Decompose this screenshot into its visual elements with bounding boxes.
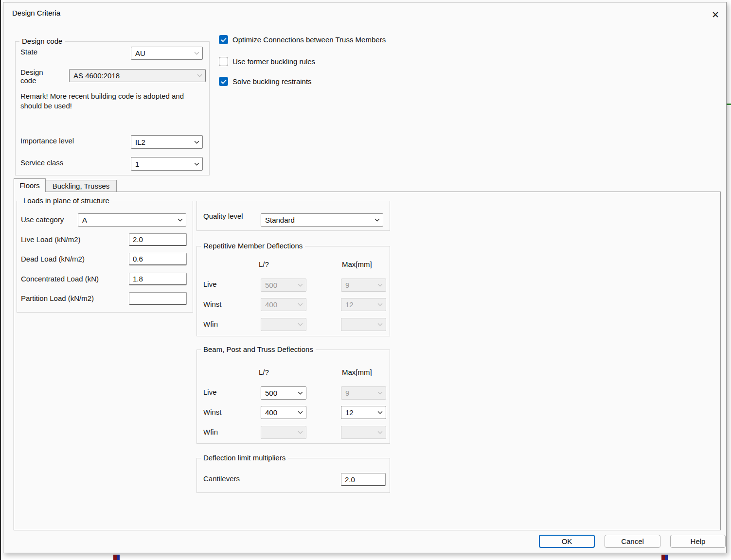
- chevron-down-icon: [377, 411, 383, 414]
- row-label-wfin: Wfin: [203, 320, 218, 328]
- service-class-combo[interactable]: 1: [131, 157, 203, 171]
- beam-legend: Beam, Post and Truss Deflections: [201, 345, 316, 353]
- chevron-down-icon: [194, 52, 199, 55]
- design-code-group: Design code State AU Design code AS 4600…: [15, 41, 210, 175]
- design-code-remark: Remark! More recent building code is ado…: [20, 91, 201, 111]
- concentrated-load-label: Concentrated Load (kN): [21, 275, 99, 283]
- row-label-winst: Winst: [203, 300, 222, 308]
- combo-value: 500: [265, 389, 277, 397]
- row-label-winst: Winst: [203, 408, 222, 416]
- chevron-down-icon: [377, 323, 383, 326]
- ok-button[interactable]: OK: [539, 535, 595, 548]
- l-header: L/?: [259, 260, 269, 268]
- use-category-combo-value: A: [82, 216, 87, 224]
- chevron-down-icon: [377, 391, 383, 395]
- optimize-connections-checkbox[interactable]: Optimize Connections between Truss Membe…: [219, 35, 386, 44]
- combo-value: 9: [345, 389, 349, 397]
- background-truss-mark: [113, 555, 120, 560]
- design-code-combo: AS 4600:2018: [69, 69, 206, 82]
- repetitive-live-l-combo: 500: [261, 279, 306, 292]
- help-button[interactable]: Help: [670, 535, 726, 548]
- beam-live-max-combo: 9: [341, 386, 386, 400]
- multipliers-legend: Deflection limit multipliers: [201, 454, 288, 462]
- partition-load-input[interactable]: [129, 292, 187, 305]
- concentrated-load-input[interactable]: [129, 273, 187, 285]
- row-label-live: Live: [203, 280, 217, 288]
- design-criteria-dialog: Design Criteria ✕ Design code State AU D…: [3, 2, 727, 553]
- former-buckling-label: Use former buckling rules: [232, 57, 315, 66]
- design-code-combo-value: AS 4600:2018: [73, 71, 120, 80]
- importance-level-label: Importance level: [20, 137, 74, 145]
- live-load-label: Live Load (kN/m2): [21, 235, 81, 244]
- combo-value: 12: [345, 408, 354, 417]
- quality-level-combo[interactable]: Standard: [261, 213, 383, 227]
- solve-restraints-label: Solve buckling restraints: [232, 77, 312, 86]
- chevron-down-icon: [298, 431, 303, 434]
- beam-live-l-combo[interactable]: 500: [261, 386, 306, 400]
- l-header: L/?: [259, 368, 269, 376]
- dialog-title: Design Criteria: [12, 9, 60, 17]
- beam-deflections-group: Beam, Post and Truss Deflections L/? Max…: [196, 350, 390, 444]
- quality-level-combo-value: Standard: [265, 216, 295, 224]
- background-edge-line: [0, 0, 1, 560]
- chevron-down-icon: [298, 283, 303, 287]
- combo-value: 12: [345, 300, 354, 309]
- tab-floors[interactable]: Floors: [14, 178, 46, 192]
- chevron-down-icon: [377, 431, 383, 434]
- chevron-down-icon: [298, 303, 303, 306]
- dead-load-label: Dead Load (kN/m2): [21, 255, 85, 263]
- combo-value: 400: [265, 408, 277, 417]
- beam-wfin-l-combo: [261, 426, 306, 439]
- beam-winst-max-combo[interactable]: 12: [341, 406, 386, 419]
- service-class-label: Service class: [20, 158, 63, 167]
- chevron-down-icon: [178, 218, 183, 222]
- chevron-down-icon: [298, 323, 303, 326]
- background-truss-mark: [661, 555, 668, 560]
- floors-tab-panel: Loads in plane of structure Use category…: [14, 192, 721, 530]
- checkbox-checked-icon: [219, 77, 228, 86]
- service-class-combo-value: 1: [135, 160, 139, 168]
- chevron-down-icon: [377, 283, 383, 287]
- state-combo-value: AU: [135, 49, 145, 57]
- cantilevers-input[interactable]: [341, 473, 386, 486]
- chevron-down-icon: [197, 74, 202, 77]
- loads-legend: Loads in plane of structure: [21, 196, 112, 205]
- use-category-label: Use category: [21, 215, 64, 224]
- dead-load-input[interactable]: [129, 253, 187, 265]
- use-category-combo[interactable]: A: [78, 213, 186, 227]
- repetitive-winst-l-combo: 400: [261, 298, 306, 311]
- background-green-line: [726, 104, 731, 105]
- beam-winst-l-combo[interactable]: 400: [261, 406, 306, 419]
- quality-level-label: Quality level: [203, 212, 243, 220]
- chevron-down-icon: [194, 162, 199, 166]
- former-buckling-checkbox[interactable]: Use former buckling rules: [219, 57, 315, 66]
- repetitive-wfin-max-combo: [341, 318, 386, 331]
- cancel-button[interactable]: Cancel: [605, 535, 660, 548]
- repetitive-legend: Repetitive Member Deflections: [201, 242, 305, 250]
- state-label: State: [20, 48, 37, 56]
- chevron-down-icon: [298, 391, 303, 395]
- state-combo[interactable]: AU: [131, 47, 203, 60]
- max-header: Max[mm]: [342, 260, 372, 268]
- live-load-input[interactable]: [129, 233, 187, 246]
- combo-value: 9: [345, 281, 349, 289]
- importance-level-combo[interactable]: IL2: [131, 135, 203, 149]
- cantilevers-label: Cantilevers: [203, 474, 240, 483]
- design-code-label: Design code: [20, 68, 54, 85]
- repetitive-winst-max-combo: 12: [341, 298, 386, 311]
- tab-buckling-trusses[interactable]: Buckling, Trusses: [46, 180, 117, 192]
- screen: Design Criteria ✕ Design code State AU D…: [0, 0, 731, 560]
- max-header: Max[mm]: [342, 368, 372, 376]
- row-label-wfin: Wfin: [203, 428, 218, 436]
- repetitive-wfin-l-combo: [261, 318, 306, 331]
- optimize-connections-label: Optimize Connections between Truss Membe…: [232, 35, 386, 44]
- loads-group: Loads in plane of structure Use category…: [17, 201, 193, 313]
- chevron-down-icon: [374, 218, 380, 222]
- chevron-down-icon: [194, 140, 199, 144]
- checkbox-unchecked-icon: [219, 57, 228, 66]
- solve-restraints-checkbox[interactable]: Solve buckling restraints: [219, 77, 312, 86]
- close-icon[interactable]: ✕: [708, 7, 723, 22]
- deflection-multipliers-group: Deflection limit multipliers Cantilevers: [196, 458, 390, 493]
- repetitive-deflections-group: Repetitive Member Deflections L/? Max[mm…: [196, 246, 390, 336]
- beam-wfin-max-combo: [341, 426, 386, 439]
